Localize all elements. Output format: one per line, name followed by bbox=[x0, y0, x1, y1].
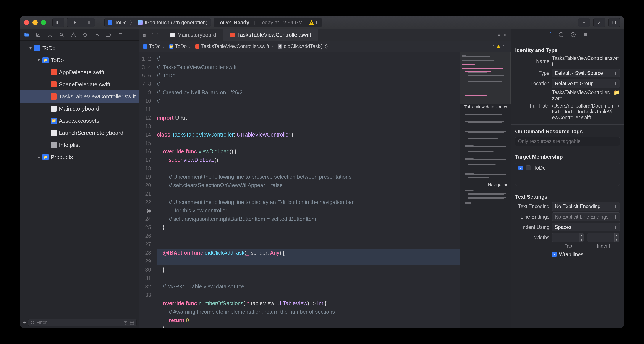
jumpbar-symbol[interactable]: didClickAddTask(_:) bbox=[284, 43, 328, 49]
indent-width-stepper[interactable]: ▲▼ bbox=[614, 233, 619, 242]
code-editor[interactable]: 1 2 3 4 5 6 7 8 9 10 11 12 13 14 15 16 1… bbox=[140, 52, 460, 328]
test-navigator-tab[interactable] bbox=[82, 31, 88, 38]
jumpbar-next-issue[interactable]: 〉 bbox=[502, 43, 507, 50]
checkbox-checked-icon[interactable]: ✓ bbox=[518, 166, 523, 170]
jumpbar-group[interactable]: ToDo bbox=[175, 43, 187, 49]
file-tree: ToDo 📁 ToDo AppDelegate.swift SceneDeleg… bbox=[20, 41, 139, 317]
gauge-icon bbox=[94, 32, 100, 37]
wrap-lines-checkbox[interactable]: ✓ bbox=[552, 252, 557, 257]
jumpbar-file[interactable]: TasksTableViewController.swift bbox=[201, 43, 269, 49]
editor-tab-taskscontroller[interactable]: TasksTableViewController.swift bbox=[223, 29, 318, 41]
document-icon bbox=[547, 32, 552, 37]
line-endings-select[interactable]: No Explicit Line Endings ▲▼ bbox=[552, 212, 620, 221]
activity-view[interactable]: ToDo: Ready | Today at 12:54 PM 1 bbox=[214, 18, 322, 27]
stop-button[interactable] bbox=[83, 18, 95, 27]
file-inspector-tab[interactable] bbox=[547, 32, 552, 38]
group-item[interactable]: 📁 ToDo bbox=[20, 54, 139, 66]
find-navigator-tab[interactable] bbox=[58, 31, 65, 38]
storyboard-file-icon bbox=[51, 106, 57, 112]
run-button[interactable] bbox=[67, 18, 83, 27]
tab-width-stepper[interactable]: ▲▼ bbox=[579, 233, 584, 242]
symbol-navigator-tab[interactable] bbox=[47, 31, 53, 38]
minimize-window-button[interactable] bbox=[32, 20, 38, 25]
svg-point-7 bbox=[48, 36, 49, 37]
project-root-item[interactable]: ToDo bbox=[20, 42, 139, 54]
type-value: Default - Swift Source bbox=[555, 70, 603, 76]
scheme-selector[interactable]: ToDo 〉 iPod touch (7th generation) bbox=[104, 18, 211, 27]
go-forward-button[interactable]: 〉 bbox=[157, 33, 160, 37]
warnings-indicator[interactable]: 1 bbox=[309, 20, 318, 25]
project-icon bbox=[34, 45, 40, 51]
file-item-infoplist[interactable]: Info.plist bbox=[20, 139, 139, 151]
attributes-inspector-tab[interactable] bbox=[582, 32, 588, 38]
updown-caret-icon: ▲▼ bbox=[614, 215, 617, 219]
code-review-button[interactable] bbox=[593, 18, 605, 27]
toggle-navigator-button[interactable] bbox=[52, 18, 64, 27]
source-control-navigator-tab[interactable] bbox=[35, 31, 42, 38]
file-item-taskscontroller[interactable]: TasksTableViewController.swift bbox=[20, 90, 139, 103]
products-group-item[interactable]: 📁 Products bbox=[20, 151, 139, 163]
filter-field[interactable]: ⊜ Filter ◴ ▤ bbox=[28, 319, 137, 327]
group-name: Products bbox=[51, 154, 73, 161]
code-content[interactable]: // // TasksTableViewController.swift // … bbox=[154, 52, 460, 328]
history-inspector-tab[interactable] bbox=[558, 32, 564, 38]
jump-bar[interactable]: ToDo 〉 📁 ToDo 〉 TasksTableViewController… bbox=[140, 41, 510, 52]
status-state: Ready bbox=[234, 19, 249, 25]
file-item-scenedelegate[interactable]: SceneDelegate.swift bbox=[20, 78, 139, 90]
debug-navigator-tab[interactable] bbox=[94, 31, 100, 38]
reveal-path-button[interactable]: ➜ bbox=[616, 103, 620, 109]
jumpbar-prev-issue[interactable]: 〈 bbox=[490, 43, 495, 50]
adjust-editor-button[interactable]: ⊞ bbox=[504, 33, 507, 37]
minimap[interactable]: Table view data source Navigation bbox=[460, 52, 510, 328]
indent-using-value: Spaces bbox=[555, 224, 572, 230]
location-select[interactable]: Relative to Group ▲▼ bbox=[552, 79, 620, 88]
editor-tabbar: ▦ 〈 〉 Main.storyboard TasksTableViewCont… bbox=[140, 29, 510, 41]
jumpbar-project[interactable]: ToDo bbox=[149, 43, 161, 49]
disclosure-triangle-icon[interactable] bbox=[29, 46, 32, 49]
report-navigator-tab[interactable] bbox=[117, 31, 124, 38]
recent-filter-icon[interactable]: ◴ bbox=[124, 320, 128, 326]
file-item-launchscreen[interactable]: LaunchScreen.storyboard bbox=[20, 127, 139, 139]
help-inspector-tab[interactable]: ? bbox=[570, 32, 576, 38]
toggle-inspector-button[interactable] bbox=[608, 18, 620, 27]
go-back-button[interactable]: 〈 bbox=[150, 33, 153, 37]
target-membership-item[interactable]: ✓ ToDo bbox=[518, 165, 616, 171]
add-button[interactable] bbox=[578, 18, 590, 27]
editor-options-button[interactable]: ≡ bbox=[498, 33, 500, 37]
choose-path-button[interactable]: 📁 bbox=[614, 90, 620, 95]
indent-using-select[interactable]: Spaces ▲▼ bbox=[552, 223, 620, 232]
maximize-window-button[interactable] bbox=[41, 20, 46, 25]
related-items-button[interactable]: ▦ bbox=[142, 33, 146, 37]
stop-icon bbox=[87, 20, 91, 25]
tab-sublabel: Tab bbox=[552, 243, 585, 249]
tm-header: Target Membership bbox=[515, 154, 620, 160]
disclosure-triangle-icon[interactable] bbox=[37, 156, 40, 159]
tab-width-field[interactable]: 4 ▲▼ bbox=[552, 233, 584, 242]
encoding-value: No Explicit Encoding bbox=[555, 204, 600, 209]
type-select[interactable]: Default - Swift Source ▲▼ bbox=[552, 69, 620, 77]
navigator-tabs bbox=[20, 29, 139, 41]
editor-area: ▦ 〈 〉 Main.storyboard TasksTableViewCont… bbox=[140, 29, 510, 328]
clock-icon bbox=[558, 32, 564, 37]
swift-file-icon bbox=[51, 81, 57, 87]
disclosure-triangle-icon[interactable] bbox=[37, 59, 40, 62]
add-menu-button[interactable]: + bbox=[22, 319, 26, 326]
filter-scope-icon[interactable]: ⊜ bbox=[30, 320, 34, 326]
minimap-viewport[interactable] bbox=[460, 52, 510, 104]
file-name: Main.storyboard bbox=[59, 105, 99, 112]
list-icon bbox=[118, 32, 123, 37]
close-window-button[interactable] bbox=[24, 20, 29, 25]
file-item-assets[interactable]: 📁 Assets.xcassets bbox=[20, 115, 139, 127]
window-controls bbox=[24, 20, 46, 25]
file-item-appdelegate[interactable]: AppDelegate.swift bbox=[20, 66, 139, 78]
breakpoint-navigator-tab[interactable] bbox=[105, 31, 112, 38]
editor-tab-mainstoryboard[interactable]: Main.storyboard bbox=[164, 29, 223, 41]
wrap-lines-label: Wrap lines bbox=[559, 251, 583, 258]
scm-filter-icon[interactable]: ▤ bbox=[130, 320, 134, 326]
issue-navigator-tab[interactable] bbox=[70, 31, 77, 38]
file-item-mainstoryboard[interactable]: Main.storyboard bbox=[20, 103, 139, 115]
project-navigator-tab[interactable] bbox=[24, 31, 30, 38]
name-value[interactable]: TasksTableViewController.swift bbox=[552, 55, 620, 67]
indent-width-field[interactable]: 4 ▲▼ bbox=[587, 233, 619, 242]
encoding-select[interactable]: No Explicit Encoding ▲▼ bbox=[552, 202, 620, 211]
